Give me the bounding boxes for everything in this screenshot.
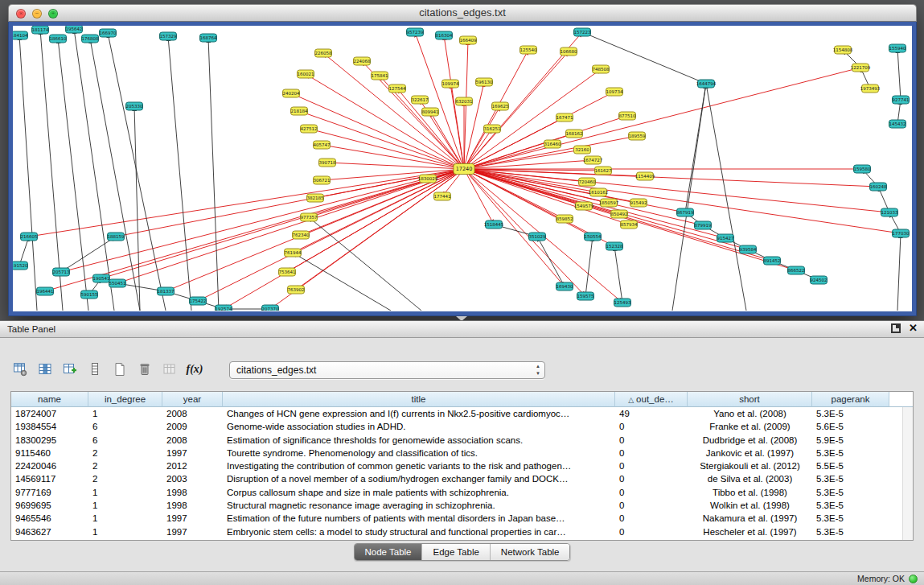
graph-node[interactable]: 190541 — [93, 274, 110, 282]
table-row[interactable]: 911546021997Tourette syndrome. Phenomeno… — [11, 447, 913, 459]
table-mode-icon[interactable] — [10, 360, 30, 379]
graph-node[interactable]: 167471 — [556, 113, 573, 122]
create-column-icon[interactable] — [60, 360, 80, 379]
graph-node[interactable]: 160248 — [870, 183, 887, 191]
graph-node[interactable]: 224068 — [354, 57, 371, 65]
column-header-in_degree[interactable]: in_degree — [88, 392, 162, 407]
graph-node[interactable]: 1549579 — [574, 202, 594, 210]
graph-node[interactable]: 188159 — [108, 233, 125, 241]
graph-node[interactable]: 191520 — [13, 262, 28, 270]
graph-node[interactable]: 915492 — [630, 199, 647, 207]
graph-node[interactable]: 879919 — [695, 221, 712, 229]
graph-node[interactable]: 176808 — [82, 35, 99, 43]
graph-node[interactable]: 762340 — [293, 231, 310, 239]
table-row[interactable]: 946362711997Embryonic stem cells: a mode… — [11, 525, 913, 538]
graph-node[interactable]: 155940 — [889, 44, 906, 52]
graph-node[interactable]: 1644794 — [696, 80, 717, 88]
graph-node[interactable]: 121033 — [881, 208, 898, 216]
graph-node[interactable]: 816304 — [436, 31, 453, 39]
graph-node[interactable]: 195642 — [66, 26, 83, 33]
graph-node[interactable]: 189559 — [629, 132, 646, 140]
graph-node[interactable]: 218184 — [291, 107, 308, 115]
column-header-pagerank[interactable]: pagerank — [812, 392, 889, 407]
graph-node[interactable]: 859852 — [556, 215, 573, 223]
graph-node[interactable]: 181174 — [32, 26, 49, 34]
graph-node[interactable]: 924502 — [811, 276, 827, 284]
graph-node[interactable]: 1221709 — [851, 64, 871, 72]
graph-node[interactable]: 169430 — [556, 282, 573, 290]
tab-network-table[interactable]: Network Table — [490, 544, 570, 560]
graph-node[interactable]: 857934 — [621, 220, 638, 229]
table-row[interactable]: 969969511998Structural magnetic resonanc… — [11, 499, 913, 512]
graph-node[interactable]: 1154808 — [833, 46, 853, 54]
create-table-icon[interactable] — [110, 360, 129, 379]
graph-node[interactable]: 590155 — [81, 290, 98, 299]
table-row[interactable]: 946554611997Estimation of the future num… — [11, 512, 913, 525]
graph-node[interactable]: 125540 — [520, 46, 537, 54]
graph-node[interactable]: 192574 — [216, 305, 232, 311]
function-builder-icon[interactable]: f(x) — [185, 360, 204, 379]
graph-node[interactable]: 109974 — [442, 80, 459, 88]
graph-node[interactable]: 181337 — [158, 287, 175, 295]
tab-edge-table[interactable]: Edge Table — [421, 544, 489, 560]
graph-node[interactable]: 850492 — [611, 210, 628, 218]
graph-node[interactable]: 157329 — [160, 32, 177, 40]
graph-node[interactable]: 196441 — [37, 287, 54, 295]
column-header-title[interactable]: title — [223, 392, 615, 407]
graph-node[interactable]: 1674727 — [583, 156, 603, 164]
graph-node[interactable]: 1850597 — [599, 199, 619, 207]
show-columns-icon[interactable] — [35, 360, 55, 379]
graph-node[interactable]: 17240 — [454, 164, 474, 175]
graph-node[interactable]: 1973493 — [860, 84, 881, 93]
graph-node[interactable]: 177030 — [893, 229, 910, 237]
graph-node[interactable]: 322617 — [412, 96, 429, 104]
table-row[interactable]: 1830029562008Estimation of significance … — [11, 434, 913, 447]
graph-node[interactable]: 405747 — [314, 141, 331, 149]
graph-node[interactable]: 32160 — [574, 146, 591, 154]
tab-node-table[interactable]: Node Table — [355, 544, 422, 560]
graph-node[interactable]: 186610 — [50, 35, 67, 43]
network-canvas[interactable]: 1724022605816002124020421818442751240574… — [13, 26, 912, 311]
graph-node[interactable]: 1154409 — [635, 172, 655, 180]
graph-node[interactable]: 169625 — [492, 102, 509, 110]
graph-node[interactable]: 977357 — [301, 213, 318, 221]
graph-node[interactable]: 761944 — [285, 249, 302, 257]
graph-node[interactable]: 939584 — [740, 245, 757, 253]
graph-node[interactable]: 109734 — [606, 88, 623, 96]
citation-graph[interactable]: 1724022605816002124020421818442751240574… — [13, 26, 912, 311]
table-row[interactable]: 1872400712008Changes of HCN gene express… — [11, 407, 913, 420]
graph-node[interactable]: 867919 — [677, 208, 694, 216]
graph-node[interactable]: 226058 — [315, 49, 332, 57]
float-panel-icon[interactable] — [891, 323, 901, 333]
window-titlebar[interactable]: × − + citations_edges.txt — [8, 4, 917, 22]
graph-node[interactable]: 316251 — [484, 125, 501, 133]
graph-node[interactable]: 175422 — [190, 297, 207, 305]
graph-node[interactable]: 175841 — [372, 72, 388, 80]
graph-node[interactable]: 891452 — [764, 257, 781, 265]
graph-node[interactable]: 866522 — [788, 266, 805, 274]
graph-node[interactable]: 316460 — [544, 140, 561, 148]
graph-node[interactable]: 915427 — [717, 234, 734, 242]
minimize-window-icon[interactable]: − — [32, 9, 42, 19]
delete-table-icon[interactable] — [135, 360, 154, 379]
graph-node[interactable]: 720460 — [579, 178, 596, 186]
graph-node[interactable]: 632031 — [456, 97, 473, 105]
table-row[interactable]: 2242004622012Investigating the contribut… — [11, 459, 913, 472]
graph-node[interactable]: 957239 — [407, 28, 424, 36]
close-panel-icon[interactable]: ✕ — [909, 323, 918, 333]
graph-node[interactable]: 877510 — [619, 112, 636, 120]
graph-node[interactable]: 177441 — [434, 192, 451, 200]
table-scrollbar[interactable] — [902, 407, 913, 540]
graph-node[interactable]: 427512 — [301, 125, 318, 133]
graph-node[interactable]: 106680 — [561, 47, 577, 56]
graph-node[interactable]: 596130 — [476, 78, 493, 86]
graph-node[interactable]: 125493 — [614, 299, 631, 307]
column-header-name[interactable]: name — [11, 392, 88, 407]
graph-node[interactable]: 306721 — [314, 176, 331, 184]
graph-node[interactable]: 160021 — [298, 70, 314, 78]
graph-node[interactable]: 145432 — [889, 120, 906, 128]
graph-node[interactable]: 152328 — [606, 242, 623, 250]
graph-node[interactable]: 216605 — [21, 233, 38, 241]
graph-node[interactable]: 168162 — [566, 130, 583, 138]
column-header-short[interactable]: short — [688, 392, 812, 407]
